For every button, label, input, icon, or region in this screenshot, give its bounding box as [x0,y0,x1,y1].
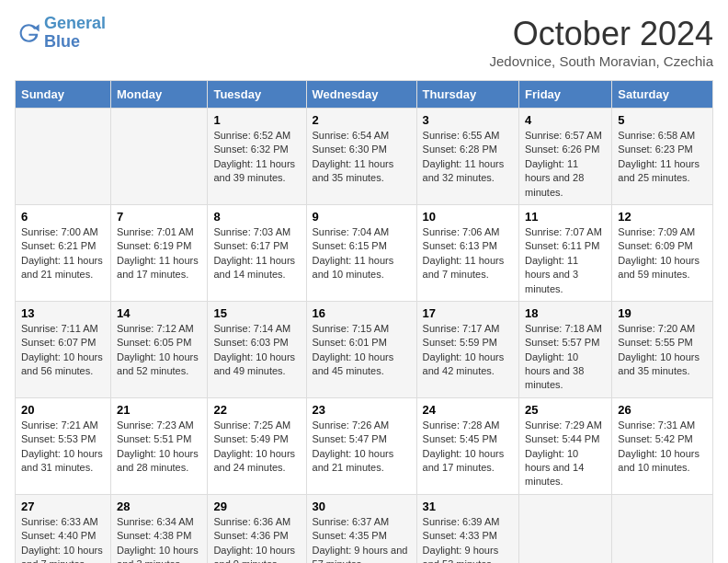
calendar-cell: 13Sunrise: 7:11 AM Sunset: 6:07 PM Dayli… [16,301,111,397]
day-number: 30 [313,500,411,513]
calendar-cell: 1Sunrise: 6:52 AM Sunset: 6:32 PM Daylig… [208,109,306,205]
day-info: Sunrise: 6:37 AM Sunset: 4:35 PM Dayligh… [313,515,411,563]
calendar-cell: 9Sunrise: 7:04 AM Sunset: 6:15 PM Daylig… [306,204,416,301]
day-info: Sunrise: 7:26 AM Sunset: 5:47 PM Dayligh… [313,419,411,476]
day-number: 25 [525,403,606,417]
day-number: 7 [117,210,201,224]
day-info: Sunrise: 7:03 AM Sunset: 6:17 PM Dayligh… [213,225,300,282]
day-number: 5 [618,113,707,127]
calendar-header: SundayMondayTuesdayWednesdayThursdayFrid… [16,81,713,109]
week-row-2: 6Sunrise: 7:00 AM Sunset: 6:21 PM Daylig… [16,204,713,301]
calendar-cell: 30Sunrise: 6:37 AM Sunset: 4:35 PM Dayli… [306,494,416,563]
header-day-wednesday: Wednesday [306,81,416,109]
week-row-3: 13Sunrise: 7:11 AM Sunset: 6:07 PM Dayli… [16,301,713,397]
day-number: 21 [117,403,201,417]
day-info: Sunrise: 6:39 AM Sunset: 4:33 PM Dayligh… [423,515,513,563]
header-day-tuesday: Tuesday [208,81,306,109]
day-number: 6 [21,210,105,224]
calendar-cell: 29Sunrise: 6:36 AM Sunset: 4:36 PM Dayli… [208,494,306,563]
calendar-cell: 7Sunrise: 7:01 AM Sunset: 6:19 PM Daylig… [111,204,208,301]
day-info: Sunrise: 7:23 AM Sunset: 5:51 PM Dayligh… [117,419,201,476]
day-info: Sunrise: 7:04 AM Sunset: 6:15 PM Dayligh… [313,225,411,282]
calendar-cell: 15Sunrise: 7:14 AM Sunset: 6:03 PM Dayli… [208,301,306,397]
day-number: 17 [423,306,513,320]
day-number: 8 [213,210,300,224]
day-info: Sunrise: 7:31 AM Sunset: 5:42 PM Dayligh… [618,419,707,476]
day-info: Sunrise: 6:57 AM Sunset: 6:26 PM Dayligh… [525,129,606,200]
header-day-sunday: Sunday [16,81,111,109]
day-number: 22 [213,403,300,417]
week-row-4: 20Sunrise: 7:21 AM Sunset: 5:53 PM Dayli… [16,397,713,494]
month-title: October 2024 [490,15,713,53]
day-info: Sunrise: 7:14 AM Sunset: 6:03 PM Dayligh… [213,322,300,379]
day-info: Sunrise: 7:15 AM Sunset: 6:01 PM Dayligh… [313,322,411,379]
day-info: Sunrise: 6:55 AM Sunset: 6:28 PM Dayligh… [423,129,513,186]
day-info: Sunrise: 7:28 AM Sunset: 5:45 PM Dayligh… [423,419,513,476]
calendar-cell [519,494,612,563]
day-number: 1 [213,113,300,127]
calendar-cell: 26Sunrise: 7:31 AM Sunset: 5:42 PM Dayli… [612,397,713,494]
day-number: 10 [423,210,513,224]
day-info: Sunrise: 6:58 AM Sunset: 6:23 PM Dayligh… [618,129,707,186]
location-subtitle: Jedovnice, South Moravian, Czechia [490,53,713,69]
calendar-cell: 18Sunrise: 7:18 AM Sunset: 5:57 PM Dayli… [519,301,612,397]
day-info: Sunrise: 6:36 AM Sunset: 4:36 PM Dayligh… [213,515,300,563]
day-info: Sunrise: 7:12 AM Sunset: 6:05 PM Dayligh… [117,322,201,379]
day-info: Sunrise: 7:11 AM Sunset: 6:07 PM Dayligh… [21,322,105,379]
logo-icon [15,20,40,46]
logo-text: General Blue [44,15,106,52]
calendar-cell: 11Sunrise: 7:07 AM Sunset: 6:11 PM Dayli… [519,204,612,301]
calendar-cell: 19Sunrise: 7:20 AM Sunset: 5:55 PM Dayli… [612,301,713,397]
calendar-table: SundayMondayTuesdayWednesdayThursdayFrid… [15,80,713,563]
day-number: 26 [618,403,707,417]
calendar-cell: 6Sunrise: 7:00 AM Sunset: 6:21 PM Daylig… [16,204,111,301]
day-info: Sunrise: 7:07 AM Sunset: 6:11 PM Dayligh… [525,225,606,296]
day-number: 19 [618,306,707,320]
header-row: SundayMondayTuesdayWednesdayThursdayFrid… [16,81,713,109]
day-info: Sunrise: 6:54 AM Sunset: 6:30 PM Dayligh… [313,129,411,186]
calendar-cell: 22Sunrise: 7:25 AM Sunset: 5:49 PM Dayli… [208,397,306,494]
week-row-5: 27Sunrise: 6:33 AM Sunset: 4:40 PM Dayli… [16,494,713,563]
calendar-cell: 2Sunrise: 6:54 AM Sunset: 6:30 PM Daylig… [306,109,416,205]
day-number: 23 [313,403,411,417]
calendar-cell: 14Sunrise: 7:12 AM Sunset: 6:05 PM Dayli… [111,301,208,397]
day-number: 29 [213,500,300,513]
calendar-cell: 31Sunrise: 6:39 AM Sunset: 4:33 PM Dayli… [416,494,518,563]
calendar-cell [111,109,208,205]
day-info: Sunrise: 7:20 AM Sunset: 5:55 PM Dayligh… [618,322,707,379]
header-day-friday: Friday [519,81,612,109]
day-number: 20 [21,403,105,417]
calendar-cell [612,494,713,563]
day-number: 4 [525,113,606,127]
calendar-cell: 20Sunrise: 7:21 AM Sunset: 5:53 PM Dayli… [16,397,111,494]
header-day-saturday: Saturday [612,81,713,109]
page-header: General Blue October 2024 Jedovnice, Sou… [15,15,713,69]
day-info: Sunrise: 6:33 AM Sunset: 4:40 PM Dayligh… [21,515,105,563]
calendar-cell: 24Sunrise: 7:28 AM Sunset: 5:45 PM Dayli… [416,397,518,494]
day-number: 18 [525,306,606,320]
calendar-cell: 12Sunrise: 7:09 AM Sunset: 6:09 PM Dayli… [612,204,713,301]
calendar-cell: 10Sunrise: 7:06 AM Sunset: 6:13 PM Dayli… [416,204,518,301]
day-info: Sunrise: 7:17 AM Sunset: 5:59 PM Dayligh… [423,322,513,379]
calendar-cell: 27Sunrise: 6:33 AM Sunset: 4:40 PM Dayli… [16,494,111,563]
day-info: Sunrise: 7:00 AM Sunset: 6:21 PM Dayligh… [21,225,105,282]
calendar-cell: 16Sunrise: 7:15 AM Sunset: 6:01 PM Dayli… [306,301,416,397]
title-block: October 2024 Jedovnice, South Moravian, … [490,15,713,69]
calendar-cell: 5Sunrise: 6:58 AM Sunset: 6:23 PM Daylig… [612,109,713,205]
calendar-cell: 23Sunrise: 7:26 AM Sunset: 5:47 PM Dayli… [306,397,416,494]
calendar-cell [16,109,111,205]
day-info: Sunrise: 7:21 AM Sunset: 5:53 PM Dayligh… [21,419,105,476]
day-number: 27 [21,500,105,513]
header-day-thursday: Thursday [416,81,518,109]
day-info: Sunrise: 7:25 AM Sunset: 5:49 PM Dayligh… [213,419,300,476]
day-info: Sunrise: 7:29 AM Sunset: 5:44 PM Dayligh… [525,419,606,489]
day-info: Sunrise: 7:18 AM Sunset: 5:57 PM Dayligh… [525,322,606,393]
header-day-monday: Monday [111,81,208,109]
calendar-cell: 28Sunrise: 6:34 AM Sunset: 4:38 PM Dayli… [111,494,208,563]
calendar-cell: 3Sunrise: 6:55 AM Sunset: 6:28 PM Daylig… [416,109,518,205]
day-number: 9 [313,210,411,224]
day-info: Sunrise: 7:06 AM Sunset: 6:13 PM Dayligh… [423,225,513,282]
logo-line2: Blue [44,32,80,51]
day-info: Sunrise: 6:34 AM Sunset: 4:38 PM Dayligh… [117,515,201,563]
day-number: 3 [423,113,513,127]
